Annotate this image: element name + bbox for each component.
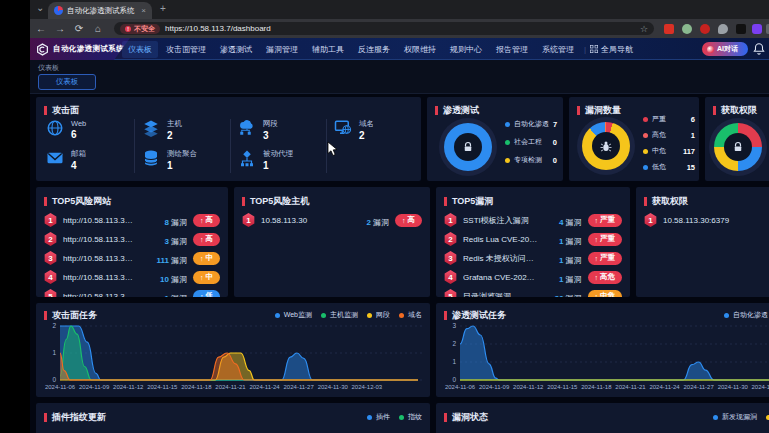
stat-value: 1 [263,160,293,171]
browser-tabstrip: ⌄ 自动化渗透测试系统 × + [30,0,769,19]
arrow-up-icon: ↑ [200,217,204,224]
divider [230,119,231,173]
bookmark-star-icon[interactable]: ☆ [640,24,648,34]
mail-icon [46,149,64,167]
browser-tab[interactable]: 自动化渗透测试系统 × [48,2,152,19]
bug-icon [600,140,612,152]
security-badge[interactable]: ! 不安全 [120,24,160,34]
nav-item-vuln-mgmt[interactable]: 漏洞管理 [260,41,304,58]
website-row[interactable]: 2 http://10.58.113.31:18000/bachang/vuld… [44,231,220,247]
svg-text:2024-11-21: 2024-11-21 [215,384,246,390]
global-nav-button[interactable]: 全局导航 [590,44,633,55]
stat-domain: 域名 2 [334,119,374,141]
panel-title: 插件指纹更新 [52,411,106,424]
vuln-row[interactable]: 4 Grafana CVE-2021-43798 任意文件读... 1漏洞 ↑高… [444,269,622,285]
stat-subnet: 网段 3 [238,119,278,141]
website-row[interactable]: 4 http://10.58.113.31:18000 10漏洞 ↑中 [44,269,220,285]
arrow-up-icon: ↑ [200,293,204,298]
vuln-donut [577,117,635,175]
legend-dot [713,415,718,420]
panel-title: 攻击面 [52,104,79,117]
tab-close-icon[interactable]: × [141,7,146,15]
legend-dot [321,313,326,318]
arrow-up-icon: ↑ [402,217,406,224]
stat-web: Web 6 [46,119,86,140]
website-url: http://10.58.113.30:2501 [63,216,137,225]
nav-item-aux-tools[interactable]: 辅助工具 [306,41,350,58]
host-row[interactable]: 1 10.58.113.30 2漏洞 ↑高 [242,212,422,228]
nav-item-reverse-service[interactable]: 反连服务 [352,41,396,58]
website-row[interactable]: 1 http://10.58.113.30:2501 8漏洞 ↑高 [44,212,220,228]
nav-item-attack-surface[interactable]: 攻击面管理 [160,41,212,58]
arrow-up-icon: ↑ [200,255,204,262]
severity-badge: ↑高 [193,214,220,227]
back-icon[interactable]: ← [33,23,49,34]
panel-title: 获取权限 [721,104,757,117]
privilege-row[interactable]: 1 10.58.113.30:6379 [644,212,769,228]
extension-icon-1[interactable] [664,24,674,34]
chart-legend: Web监测 主机监测 网段 域名 [275,310,422,320]
vuln-row[interactable]: 5 目录浏览漏洞 86漏洞 ↑中危 [444,288,622,297]
panel-pentest-tasks-chart: 渗透测试任务 自动化渗透 社会工程 专项检测 01232024-11-06202… [436,303,769,397]
panel-title: TOP5漏洞 [452,195,493,208]
domain-monitor-icon [334,119,352,137]
extension-icon-6[interactable] [752,24,762,34]
nav-item-rule-center[interactable]: 规则中心 [444,41,488,58]
stat-passive-proxy: 被动代理 1 [238,149,293,171]
nav-item-system-mgmt[interactable]: 系统管理 [536,41,580,58]
stat-value: 2 [167,130,182,141]
extension-icon-2[interactable] [682,24,692,34]
vuln-name: Redis Lua CVE-2022-0543沙盒绕过命... [463,234,538,245]
extension-icon-5[interactable] [736,24,746,34]
rank-badge: 3 [44,251,57,265]
url-bar[interactable]: ! 不安全 https://10.58.113.7/dashboard ☆ [114,22,654,35]
title-bar [713,106,716,115]
nav-item-report-mgmt[interactable]: 报告管理 [490,41,534,58]
page-tab-chip[interactable]: 仪表板 [38,74,96,90]
app-title: 自动化渗透测试系统 [53,44,124,54]
stat-label: 域名 [359,119,374,129]
stat-label: Web [71,119,86,128]
svg-text:2024-11-15: 2024-11-15 [147,384,178,390]
vuln-row[interactable]: 2 Redis Lua CVE-2022-0543沙盒绕过命... 1漏洞 ↑严… [444,231,622,247]
reload-icon[interactable]: ⟳ [71,23,87,34]
global-nav-label: 全局导航 [601,44,633,55]
website-url: http://10.58.113.31:18002 [63,254,137,263]
extension-icon-4[interactable] [718,24,728,34]
bell-icon[interactable] [752,42,766,56]
nav-item-pentest[interactable]: 渗透测试 [214,41,258,58]
website-row[interactable]: 5 http://10.58.113.31:8080 1漏洞 ↑低 [44,288,220,297]
favicon [54,6,63,15]
website-row[interactable]: 3 http://10.58.113.31:18002 111漏洞 ↑中 [44,250,220,266]
home-icon[interactable]: ⌂ [90,23,106,34]
panel-title: 漏洞数量 [585,104,621,117]
stat-value: 2 [359,130,374,141]
nav-item-dashboard[interactable]: 仪表板 [122,41,158,58]
severity-badge: ↑中 [193,271,220,284]
vuln-row[interactable]: 1 SSTI模板注入漏洞 4漏洞 ↑严重 [444,212,622,228]
browser-toolbar: ← → ⟳ ⌂ ! 不安全 https://10.58.113.7/dashbo… [30,19,769,38]
panel-top5-vulns: TOP5漏洞 1 SSTI模板注入漏洞 4漏洞 ↑严重 2 Redis Lua … [436,187,630,297]
database-icon [142,149,160,167]
vuln-row[interactable]: 3 Redis 未授权访问漏洞 1漏洞 ↑严重 [444,250,622,266]
extension-icon-3[interactable] [700,24,710,34]
rank-badge: 5 [44,289,57,297]
tab-search-chevron-icon[interactable]: ⌄ [36,3,44,13]
panel-top5-hosts: TOP5风险主机 1 10.58.113.30 2漏洞 ↑高 [234,187,430,297]
mouse-cursor [327,141,339,157]
nav-item-priv-maintain[interactable]: 权限维持 [398,41,442,58]
forward-icon[interactable]: → [52,23,68,34]
legend-dot [505,140,510,145]
new-tab-icon[interactable]: + [160,4,166,14]
brand-logo-icon [36,43,49,56]
nav-divider: | [584,45,586,54]
vuln-name: SSTI模板注入漏洞 [463,215,538,226]
server-icon [142,119,160,137]
title-bar [444,413,447,422]
panel-title: TOP5风险主机 [250,195,309,208]
title-bar [644,197,647,206]
svg-text:2024-11-30: 2024-11-30 [718,384,749,390]
panel-attack-tasks-chart: 攻击面任务 Web监测 主机监测 网段 域名 0122024-11-062024… [36,303,430,397]
ai-chat-button[interactable]: AI对话 [702,42,748,56]
vuln-legend: 严重6 高危1 中危117 低危15 [643,114,695,172]
